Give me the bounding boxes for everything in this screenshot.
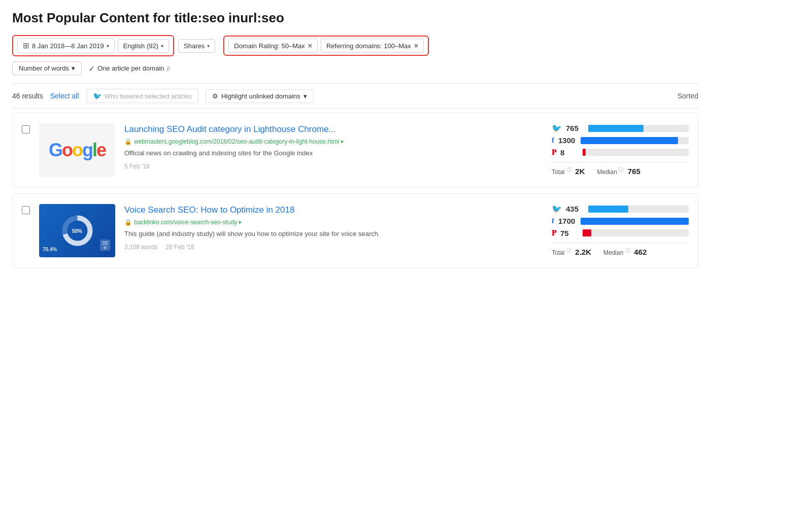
svg-rect-3 <box>102 242 108 243</box>
article-2-content: Voice Search SEO: How to Optimize in 201… <box>124 204 537 251</box>
article-card-1: Google Launching SEO Audit category in L… <box>12 113 698 187</box>
median-label-2: Median ⓘ <box>603 249 630 256</box>
lock-icon-1: 🔒 <box>124 138 132 145</box>
words-label: Number of words <box>19 64 69 72</box>
svg-point-5 <box>104 246 107 249</box>
article-2-median-value: 462 <box>634 248 647 256</box>
pinterest-share-icon-1: 𝐏 <box>552 148 556 157</box>
facebook-share-icon-1: f <box>552 136 554 145</box>
article-1-content: Launching SEO Audit category in Lighthou… <box>124 123 537 170</box>
beta-badge: β <box>167 65 170 72</box>
pinterest-share-icon-2: 𝐏 <box>552 228 556 238</box>
domain-rating-close[interactable]: × <box>308 42 312 50</box>
article-1-pinterest-bar <box>583 149 586 156</box>
article-1-twitter-share: 🐦 765 <box>552 123 689 133</box>
article-2-twitter-share: 🐦 435 <box>552 204 689 214</box>
article-1-pinterest-bar-container <box>583 149 689 156</box>
who-tweeted-button[interactable]: 🐦 Who tweeted selected articles <box>86 89 199 103</box>
shares-filter[interactable]: Shares ▾ <box>178 39 215 53</box>
article-2-pinterest-bar-container <box>583 229 689 236</box>
language-filter[interactable]: English (92) ▾ <box>118 39 169 53</box>
results-row: 46 results Select all 🐦 Who tweeted sele… <box>12 83 698 109</box>
article-1-description: Official news on crawling and indexing s… <box>124 148 537 158</box>
article-1-thumbnail: Google <box>39 123 115 177</box>
one-article-per-domain-toggle[interactable]: ✓ One article per domain β <box>89 64 170 73</box>
article-1-url-text[interactable]: webmasters.googleblog.com/2018/02/seo-au… <box>134 138 339 145</box>
one-article-checkmark: ✓ <box>89 64 95 73</box>
article-2-url: 🔒 backlinko.com/voice-search-seo-study ▸ <box>124 219 537 226</box>
article-2-words: 3,108 words <box>124 244 157 251</box>
facebook-share-icon-2: f <box>552 217 554 225</box>
twitter-share-icon-2: 🐦 <box>552 204 562 214</box>
article-1-facebook-bar-container <box>581 137 689 144</box>
article-1-totals: Total ⓘ 2K Median ⓘ 765 <box>552 162 689 176</box>
article-2-meta: 3,108 words 28 Feb '18 <box>124 244 537 251</box>
select-all-link[interactable]: Select all <box>50 92 79 100</box>
date-range-label: 8 Jan 2018—8 Jan 2019 <box>32 42 104 50</box>
article-2-twitter-count: 435 <box>566 205 584 213</box>
article-1-total-value: 2K <box>575 167 585 176</box>
article-card-2: 50% 70.4% Voice Search SEO: How to Optim… <box>12 193 698 268</box>
article-1-twitter-bar-container <box>588 125 689 132</box>
url-caret-icon-2: ▸ <box>239 219 242 225</box>
sorted-label: Sorted <box>678 92 698 100</box>
article-2-total-value: 2.2K <box>575 248 591 256</box>
article-1-twitter-count: 765 <box>566 124 584 132</box>
article-1-title[interactable]: Launching SEO Audit category in Lighthou… <box>124 124 336 134</box>
lock-icon-2: 🔒 <box>124 219 132 226</box>
article-2-median-group: Median ⓘ 462 <box>603 247 647 256</box>
domain-rating-tag: Domain Rating: 50–Max × <box>228 39 318 53</box>
results-count: 46 results <box>12 92 43 100</box>
article-1-facebook-bar <box>581 137 678 144</box>
article-1-median-value: 765 <box>628 167 640 176</box>
svg-rect-4 <box>102 244 108 245</box>
article-2-date: 28 Feb '18 <box>165 244 194 251</box>
article-2-url-text[interactable]: backlinko.com/voice-search-seo-study <box>134 219 237 226</box>
filter-row-1: ⊞ 8 Jan 2018—8 Jan 2019 ▾ English (92) ▾… <box>12 35 698 56</box>
article-1-pinterest-share: 𝐏 8 <box>552 148 689 157</box>
highlight-label: Highlight unlinked domains <box>221 92 300 100</box>
filter-group-right: Domain Rating: 50–Max × Referring domain… <box>223 36 429 56</box>
article-2-facebook-count: 1700 <box>558 217 577 225</box>
article-1-date: 5 Feb '18 <box>124 163 150 170</box>
referring-domains-close[interactable]: × <box>414 42 418 50</box>
total-label-2: Total ⓘ <box>552 249 571 256</box>
language-caret-icon: ▾ <box>161 43 163 49</box>
shares-label: Shares <box>184 42 205 50</box>
article-2-facebook-bar <box>581 218 689 225</box>
total-label-1: Total ⓘ <box>552 168 571 176</box>
article-1-facebook-count: 1300 <box>558 136 577 145</box>
article-2-thumbnail: 50% 70.4% <box>39 204 115 257</box>
date-range-filter[interactable]: ⊞ 8 Jan 2018—8 Jan 2019 ▾ <box>17 38 115 53</box>
article-1-median-group: Median ⓘ 765 <box>597 166 640 176</box>
article-1-facebook-share: f 1300 <box>552 136 689 145</box>
who-tweeted-label: Who tweeted selected articles <box>105 92 192 100</box>
grid-icon: ⊞ <box>23 41 29 50</box>
highlight-unlinked-button[interactable]: ⚙ Highlight unlinked domains ▾ <box>206 89 313 103</box>
article-1-twitter-bar <box>588 125 644 132</box>
article-2-pinterest-count: 75 <box>560 229 579 238</box>
median-label-1: Median ⓘ <box>597 168 624 176</box>
referring-domains-tag: Referring domains: 100–Max × <box>321 39 424 53</box>
article-1-pinterest-count: 8 <box>560 148 579 157</box>
article-2-description: This guide (and industry study) will sho… <box>124 229 537 239</box>
article-2-shares-panel: 🐦 435 f 1700 𝐏 75 <box>547 204 689 256</box>
language-label: English (92) <box>123 42 158 50</box>
article-2-facebook-bar-container <box>581 218 689 225</box>
url-caret-icon-1: ▸ <box>341 138 344 145</box>
number-of-words-filter[interactable]: Number of words ▾ <box>12 61 82 75</box>
highlight-caret-icon: ▾ <box>303 92 307 100</box>
article-2-twitter-bar-container <box>588 206 689 213</box>
article-2-pinterest-share: 𝐏 75 <box>552 228 689 238</box>
referring-domains-label: Referring domains: 100–Max <box>326 42 411 50</box>
date-caret-icon: ▾ <box>107 43 109 49</box>
shares-caret-icon: ▾ <box>207 43 210 49</box>
twitter-icon-gray: 🐦 <box>93 92 101 100</box>
article-1-checkbox[interactable] <box>22 125 30 133</box>
article-1-shares-panel: 🐦 765 f 1300 𝐏 8 <box>547 123 689 176</box>
article-2-checkbox[interactable] <box>22 206 30 214</box>
article-2-facebook-share: f 1700 <box>552 217 689 225</box>
highlight-icon: ⚙ <box>212 92 218 100</box>
article-2-title[interactable]: Voice Search SEO: How to Optimize in 201… <box>124 205 294 215</box>
article-1-url: 🔒 webmasters.googleblog.com/2018/02/seo-… <box>124 138 537 145</box>
